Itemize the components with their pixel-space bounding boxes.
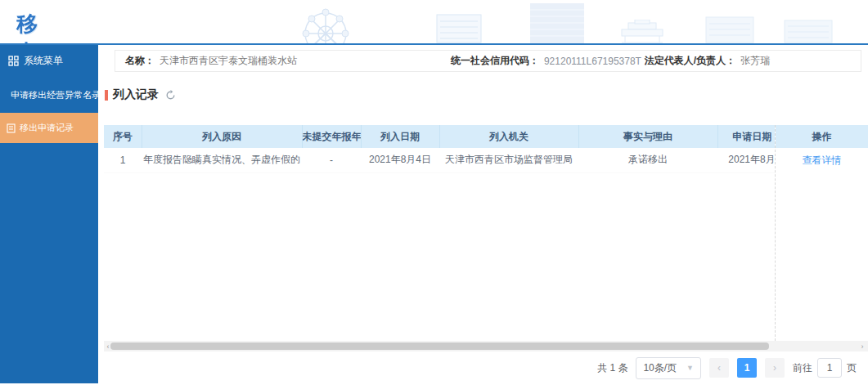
scrollbar-thumb[interactable]	[110, 342, 769, 350]
info-label: 统一社会信用代码：	[451, 54, 539, 68]
building-decoration-3	[784, 20, 833, 43]
header-fact: 事实与理由	[578, 125, 717, 148]
header-apply-date: 申请日期	[717, 125, 775, 148]
total-count: 共 1 条	[597, 361, 627, 375]
info-field-legal-person: 法定代表人/负责人： 张芳瑞	[645, 54, 861, 68]
cell-seq: 1	[104, 148, 142, 172]
scroll-right-arrow-icon[interactable]: ›	[858, 341, 866, 351]
sidebar-menu-header-label: 系统菜单	[24, 54, 63, 68]
cell-reason: 年度报告隐瞒真实情况、弄虚作假的	[142, 148, 302, 172]
document-icon	[7, 123, 16, 133]
pagination: 共 1 条 10条/页 ▼ ‹ 1 › 前往 页	[597, 357, 857, 378]
enterprise-info-bar: 名称： 天津市西青区宇泰文瑞桶装水站 统一社会信用代码： 92120111L67…	[115, 50, 861, 72]
next-page-button[interactable]: ›	[765, 358, 785, 378]
page-size-value: 10条/页	[643, 361, 677, 375]
sidebar-menu-header[interactable]: 系统菜单	[0, 45, 98, 76]
page-title: 移出经营异常名录在线申请	[16, 10, 38, 45]
sidebar-item-removal-records[interactable]: 移出申请记录	[0, 113, 98, 143]
legal-person-value: 张芳瑞	[740, 54, 770, 68]
horizontal-scrollbar[interactable]: ‹ ›	[104, 341, 868, 351]
header-seq: 序号	[104, 125, 142, 148]
cell-fact: 承诺移出	[578, 148, 717, 172]
info-field-name: 名称： 天津市西青区宇泰文瑞桶装水站	[115, 54, 451, 68]
page-unit-label: 页	[847, 361, 857, 375]
cell-year: -	[302, 148, 361, 172]
section-title-row: 列入记录	[105, 87, 176, 102]
refresh-icon[interactable]	[165, 90, 176, 101]
credit-code-value: 92120111L67195378T	[544, 56, 641, 67]
section-marker	[105, 90, 108, 101]
enterprise-name-value: 天津市西青区宇泰文瑞桶装水站	[160, 54, 297, 68]
info-label: 法定代表人/负责人：	[645, 54, 735, 68]
goto-page-input[interactable]	[817, 358, 842, 378]
goto-label: 前往	[793, 361, 812, 375]
header-reason: 列入原因	[142, 125, 302, 148]
bridge-decoration	[618, 20, 666, 43]
info-field-credit-code: 统一社会信用代码： 92120111L67195378T	[451, 54, 645, 68]
building-decoration-2	[705, 16, 754, 43]
table-scroll-region[interactable]: 序号 列入原因 未提交年报年度 列入日期 列入机关 事实与理由 申请日期 1 年	[104, 125, 775, 341]
building-decoration	[435, 13, 483, 43]
goto-page-group: 前往 页	[793, 358, 857, 378]
sidebar: 系统菜单 申请移出经营异常名录 移出申请记录	[0, 45, 98, 383]
top-banner: 移出经营异常名录在线申请 您好，天津市西青区宇泰文瑞桶装水站，张广虎 退出登录	[0, 0, 868, 45]
view-details-link[interactable]: 查看详情	[803, 154, 842, 168]
header-authority: 列入机关	[439, 125, 578, 148]
sidebar-item-apply-removal[interactable]: 申请移出经营异常名录	[0, 83, 98, 108]
cell-list-date: 2021年8月4日	[361, 148, 439, 172]
table-row: 1 年度报告隐瞒真实情况、弄虚作假的 - 2021年8月4日 天津市西青区市场监…	[104, 148, 775, 172]
sidebar-item-label: 申请移出经营异常名录	[11, 89, 101, 101]
cell-authority: 天津市西青区市场监督管理局	[439, 148, 578, 172]
page-number-button[interactable]: 1	[737, 358, 757, 378]
sidebar-item-label: 移出申请记录	[20, 122, 74, 134]
header-action: 操作	[776, 125, 868, 148]
info-label: 名称：	[125, 54, 155, 68]
tower-block-decoration	[530, 3, 584, 44]
grid-menu-icon	[8, 56, 19, 66]
header-list-date: 列入日期	[361, 125, 439, 148]
section-title: 列入记录	[113, 87, 159, 102]
fixed-action-column: 操作 查看详情	[775, 125, 868, 341]
table-header-row: 序号 列入原因 未提交年报年度 列入日期 列入机关 事实与理由 申请日期	[104, 125, 775, 148]
prev-page-button[interactable]: ‹	[709, 358, 729, 378]
chevron-down-icon: ▼	[686, 364, 694, 372]
listing-records-table: 序号 列入原因 未提交年报年度 列入日期 列入机关 事实与理由 申请日期 1 年	[104, 125, 868, 341]
header-year: 未提交年报年度	[302, 125, 361, 148]
ferris-wheel-decoration	[285, 2, 367, 45]
cell-apply-date: 2021年8月	[717, 148, 775, 172]
main-content: 名称： 天津市西青区宇泰文瑞桶装水站 统一社会信用代码： 92120111L67…	[98, 45, 868, 383]
page-size-select[interactable]: 10条/页 ▼	[636, 357, 701, 379]
